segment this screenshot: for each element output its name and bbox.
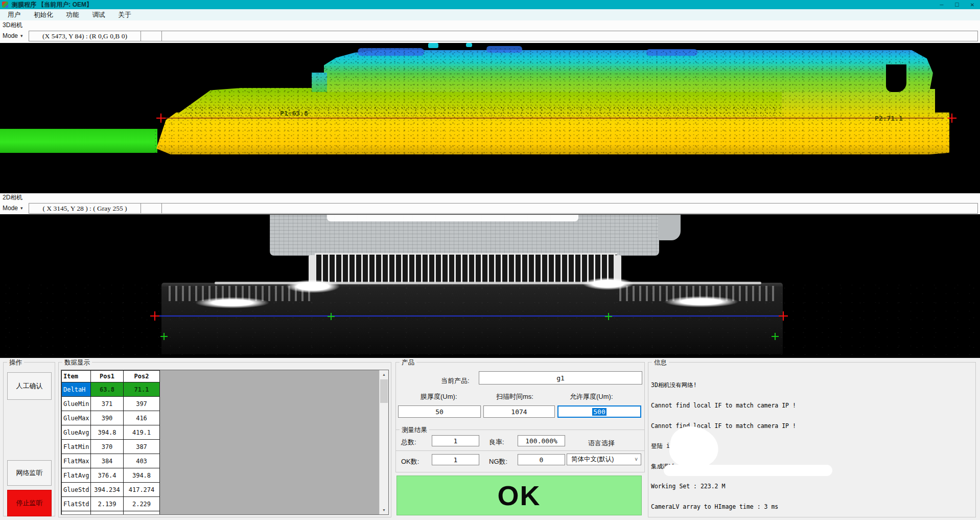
product-title: 产品: [400, 358, 416, 367]
cell-pos1[interactable]: 371: [91, 397, 124, 411]
pcb-top-highlight: [327, 215, 578, 221]
cell-item[interactable]: GlueMax: [62, 411, 91, 425]
cell-pos2[interactable]: 417.274: [124, 483, 160, 497]
cell-pos2[interactable]: 387: [124, 440, 160, 454]
col-header-pos1[interactable]: Pos1: [91, 371, 124, 382]
cell-pos1[interactable]: 370: [91, 440, 124, 454]
p1-measurement-label: P1:63.8: [280, 109, 308, 117]
cell-item[interactable]: FlatStd: [62, 497, 91, 511]
film-thickness-input[interactable]: 50: [398, 405, 481, 418]
window-title: 测膜程序 【当前用户: OEM】: [12, 1, 92, 9]
cell-item[interactable]: GlueMin: [62, 397, 91, 411]
cell-pos2[interactable]: 394.8: [124, 468, 160, 483]
cell-pos2[interactable]: 71.1: [124, 382, 160, 397]
close-icon[interactable]: ✕: [965, 0, 980, 9]
network-listen-button[interactable]: 网络监听: [7, 460, 52, 486]
minimize-icon[interactable]: ─: [934, 0, 949, 9]
right-red-cross: [779, 311, 788, 321]
manual-confirm-button[interactable]: 人工确认: [7, 372, 52, 400]
yield-label: 良率:: [489, 438, 504, 447]
heightmap-left-green-strip: [0, 129, 157, 153]
yield-input[interactable]: 100.000%: [518, 435, 565, 446]
ok-count-value: 1: [454, 456, 458, 464]
camera3d-modebar: Mode ▾ (X 5473, Y 84) : (R 0,G 0,B 0): [0, 30, 980, 43]
maximize-icon[interactable]: ☐: [949, 0, 965, 9]
camera2d-viewport[interactable]: [0, 214, 980, 358]
cell-item[interactable]: X: [62, 511, 91, 515]
cell-pos1[interactable]: 394.8: [91, 425, 124, 440]
cell-pos2[interactable]: 397: [124, 397, 160, 411]
cell-item[interactable]: GlueStd: [62, 483, 91, 497]
total-label: 总数:: [401, 438, 416, 447]
menu-item-about[interactable]: 关于: [112, 10, 138, 20]
bottom-panel: 操作 人工确认 网络监听 停止监听 数据显示 Item Pos1 Pos2 De…: [0, 358, 980, 520]
cell-pos1[interactable]: 390: [91, 411, 124, 425]
total-input[interactable]: 1: [432, 435, 479, 446]
cell-item[interactable]: FlatMin: [62, 440, 91, 454]
camera2d-modebar: Mode ▾ ( X 3145, Y 28 ) : ( Gray 255 ): [0, 202, 980, 214]
menu-item-function[interactable]: 功能: [60, 10, 86, 20]
col-header-item[interactable]: Item: [62, 371, 91, 382]
menu-item-initialize[interactable]: 初始化: [27, 10, 60, 20]
allow-thickness-input[interactable]: 500: [557, 405, 641, 418]
menu-item-user[interactable]: 用户: [1, 10, 27, 20]
cell-pos1[interactable]: 394.234: [91, 483, 124, 497]
scroll-up-icon[interactable]: ▲: [380, 370, 388, 379]
cell-item[interactable]: GlueAvg: [62, 425, 91, 440]
film-thickness-label: 膜厚度(Um):: [421, 392, 457, 401]
caret-down-icon: ▾: [20, 33, 23, 38]
caret-down-icon: ˅: [635, 457, 638, 462]
cell-pos2[interactable]: 7966.7: [124, 511, 160, 515]
camera2d-status-spacer: [141, 204, 162, 213]
ok-count-label: OK数:: [401, 457, 419, 466]
grid-scrollbar[interactable]: ▲ ▼: [379, 370, 388, 514]
scroll-down-icon[interactable]: ▼: [380, 506, 388, 514]
scan-time-label: 扫描时间ms:: [496, 392, 533, 401]
current-product-input[interactable]: g1: [479, 371, 642, 385]
ng-count-label: NG数:: [489, 457, 507, 466]
log-line: 3D相机没有网络!: [651, 382, 899, 389]
data-display-title: 数据显示: [62, 358, 92, 367]
results-groupbox: 测量结果 总数: 1 良率: 100.000% 语言选择 OK数: 1 NG数:…: [395, 429, 645, 472]
language-dropdown[interactable]: 简体中文(默认) ˅: [567, 454, 641, 465]
log-line: CameraLV array to HImage time : 3 ms: [651, 504, 899, 510]
connector-body: [315, 253, 617, 285]
p2-marker-cross: [947, 114, 956, 123]
table-row: GlueStd 394.234 417.274: [62, 483, 160, 497]
language-select-label: 语言选择: [588, 439, 615, 448]
camera2d-mode-label: Mode: [3, 205, 18, 212]
result-status-banner: OK: [396, 476, 642, 515]
pcb-right-tab: [658, 215, 681, 240]
table-row: GlueMin 371 397: [62, 397, 160, 411]
camera3d-status-spacer: [141, 31, 162, 41]
app-window: 测膜程序 【当前用户: OEM】 ─ ☐ ✕ 用户 初始化 功能 调试 关于 3…: [0, 0, 980, 520]
cell-pos1[interactable]: 63.8: [91, 382, 124, 397]
menu-item-debug[interactable]: 调试: [86, 10, 112, 20]
table-row: FlatStd 2.139 2.229: [62, 497, 160, 511]
col-header-pos2[interactable]: Pos2: [124, 371, 160, 382]
cell-pos2[interactable]: 416: [124, 411, 160, 425]
camera3d-pixel-status: (X 5473, Y 84) : (R 0,G 0,B 0): [29, 31, 141, 41]
scrollbar-thumb[interactable]: [380, 379, 388, 403]
table-row: FlatAvg 376.4 394.8: [62, 468, 160, 483]
cell-item[interactable]: FlatMax: [62, 454, 91, 468]
camera3d-viewport[interactable]: P1:63.8 P2:71.1: [0, 43, 980, 193]
cell-item[interactable]: FlatAvg: [62, 468, 91, 483]
scan-time-input[interactable]: 1074: [483, 405, 555, 418]
ok-count-input[interactable]: 1: [432, 454, 479, 465]
camera2d-mode-dropdown[interactable]: Mode ▾: [3, 204, 23, 213]
cell-pos2[interactable]: 403: [124, 454, 160, 468]
p1-marker-cross: [156, 114, 166, 123]
cell-item[interactable]: DeltaH: [62, 382, 91, 397]
cell-pos1[interactable]: 2583.5: [91, 511, 124, 515]
data-grid[interactable]: Item Pos1 Pos2 DeltaH 63.8 71.1 GlueMin …: [61, 370, 389, 515]
total-value: 1: [454, 437, 458, 445]
cell-pos2[interactable]: 2.229: [124, 497, 160, 511]
ng-count-input[interactable]: 0: [518, 454, 565, 465]
cell-pos1[interactable]: 376.4: [91, 468, 124, 483]
stop-listen-button[interactable]: 停止监听: [7, 490, 52, 516]
cell-pos1[interactable]: 384: [91, 454, 124, 468]
camera3d-mode-dropdown[interactable]: Mode ▾: [3, 31, 23, 40]
cell-pos1[interactable]: 2.139: [91, 497, 124, 511]
cell-pos2[interactable]: 419.1: [124, 425, 160, 440]
